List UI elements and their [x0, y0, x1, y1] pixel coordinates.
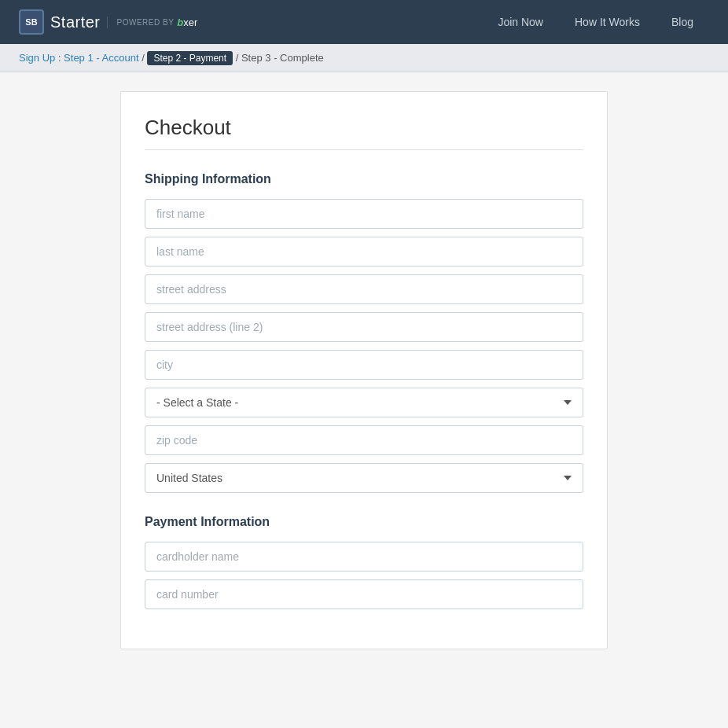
breadcrumb-signup[interactable]: Sign Up — [19, 52, 55, 64]
powered-by-text: POWERED BY — [117, 18, 175, 27]
page-title: Checkout — [145, 116, 583, 150]
card-number-group — [145, 579, 583, 609]
shipping-section-title: Shipping Information — [145, 172, 583, 186]
breadcrumb: Sign Up : Step 1 - Account / Step 2 - Pa… — [0, 44, 728, 72]
breadcrumb-step2-active: Step 2 - Payment — [147, 51, 233, 65]
zip-code-input[interactable] — [145, 425, 583, 455]
how-it-works-link[interactable]: How It Works — [559, 0, 656, 44]
cardholder-name-input[interactable] — [145, 542, 583, 572]
last-name-group — [145, 237, 583, 267]
boxer-label: bxer — [177, 17, 197, 28]
street-address-group — [145, 274, 583, 304]
navigation: SB Starter POWERED BY bxer Join Now How … — [0, 0, 728, 44]
first-name-group — [145, 199, 583, 229]
join-now-link[interactable]: Join Now — [482, 0, 559, 44]
payment-section-title: Payment Information — [145, 515, 583, 529]
street-address2-group — [145, 312, 583, 342]
street-address2-input[interactable] — [145, 312, 583, 342]
state-group: - Select a State - Alabama Alaska Arizon… — [145, 388, 583, 417]
nav-links: Join Now How It Works Blog — [482, 0, 709, 44]
country-select[interactable]: United States Canada United Kingdom — [145, 463, 583, 493]
nav-brand: SB Starter POWERED BY bxer — [19, 9, 197, 35]
country-group: United States Canada United Kingdom — [145, 463, 583, 493]
nav-powered-by: POWERED BY bxer — [107, 17, 198, 28]
breadcrumb-step3: Step 3 - Complete — [241, 52, 324, 64]
checkout-form-container: Checkout Shipping Information - Select a… — [120, 91, 608, 649]
last-name-input[interactable] — [145, 237, 583, 267]
zip-code-group — [145, 425, 583, 455]
breadcrumb-step1[interactable]: Step 1 - Account — [64, 52, 138, 64]
city-group — [145, 350, 583, 380]
blog-link[interactable]: Blog — [656, 0, 709, 44]
nav-logo: SB — [19, 9, 44, 35]
first-name-input[interactable] — [145, 199, 583, 229]
city-input[interactable] — [145, 350, 583, 380]
street-address-input[interactable] — [145, 274, 583, 304]
state-select[interactable]: - Select a State - Alabama Alaska Arizon… — [145, 388, 583, 417]
cardholder-name-group — [145, 542, 583, 572]
card-number-input[interactable] — [145, 579, 583, 609]
nav-brand-name: Starter — [50, 13, 101, 31]
